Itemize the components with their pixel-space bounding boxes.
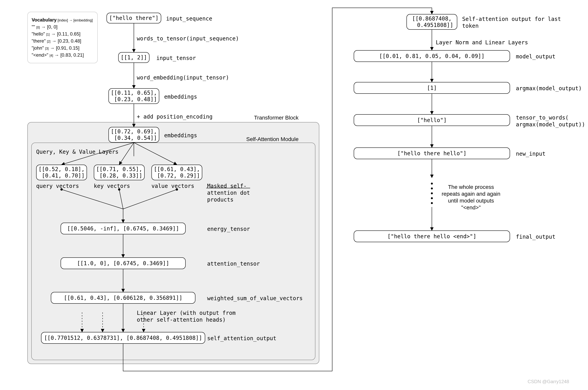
svg-point-10	[60, 188, 63, 191]
argmax-box: [1]	[354, 82, 510, 94]
svg-line-4	[61, 143, 134, 165]
svg-line-7	[61, 190, 123, 209]
svg-point-28	[431, 192, 433, 194]
svg-line-5	[119, 143, 134, 165]
weighted-sum-box: [[0.61, 0.43], [0.606128, 0.356891]]	[51, 292, 195, 304]
value-vectors-box: [[0.61, 0.43], [0.72, 0.29]]	[152, 165, 202, 180]
final-output-box: ["hello there hello <end>"]	[354, 231, 510, 242]
self-attention-output-box: [[0.7701512, 0.6378731], [0.8687408, 0.4…	[41, 332, 205, 344]
svg-point-11	[118, 188, 120, 191]
svg-point-30	[431, 202, 433, 204]
tensor-to-words-box: ["hello"]	[354, 114, 510, 126]
attention-tensor-box: [[1.0, 0], [0.6745, 0.3469]]	[60, 257, 186, 269]
svg-point-29	[431, 197, 433, 199]
svg-point-12	[176, 188, 178, 191]
embeddings1-box: [[0.11, 0.65], [0.23, 0.48]]	[108, 88, 159, 104]
svg-line-8	[119, 190, 123, 209]
new-input-box: ["hello there hello"]	[354, 147, 510, 159]
energy-tensor-box: [[0.5046, -inf], [0.6745, 0.3469]]	[60, 223, 186, 234]
embeddings2-box: [[0.72, 0.69], [0.34, 0.54]]	[108, 127, 159, 143]
svg-point-27	[431, 188, 433, 190]
svg-line-6	[134, 143, 177, 165]
key-vectors-box: [[0.71, 0.55], [0.28, 0.33]]	[94, 165, 145, 180]
svg-line-9	[123, 190, 177, 209]
input-tensor-box: [[1, 2]]	[118, 52, 150, 63]
sa-last-token-box: [[0.8687408, 0.4951808]]	[406, 14, 457, 30]
model-output-box: [[0.01, 0.81, 0.05, 0.04, 0.09]]	[354, 50, 510, 62]
svg-point-26	[431, 183, 433, 185]
query-vectors-box: [[0.52, 0.18], [0.41, 0.70]]	[36, 165, 87, 180]
input-sequence-box: ["hello there"]	[107, 13, 161, 23]
